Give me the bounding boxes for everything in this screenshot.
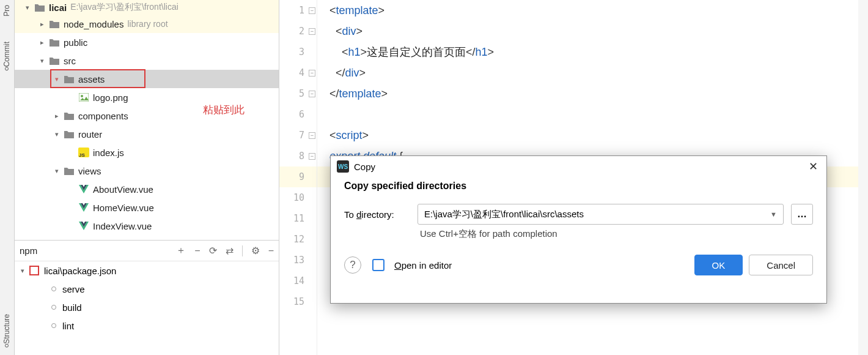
code-line[interactable]: <script> <box>317 125 868 146</box>
chevron-right-icon[interactable]: ▸ <box>38 38 46 47</box>
tree-item-label: views <box>78 166 101 176</box>
gutter-line: 7− <box>279 125 317 146</box>
npm-script-label: lint <box>62 321 74 331</box>
folder-icon <box>64 74 75 84</box>
tree-node-modules[interactable]: ▸ node_modules library root <box>15 15 279 33</box>
dialog-titlebar[interactable]: WS Copy ✕ <box>331 156 826 177</box>
bullet-icon <box>51 286 56 291</box>
chevron-right-icon[interactable]: ▸ <box>38 20 46 28</box>
npm-script-build[interactable]: build <box>15 298 279 316</box>
gutter-line: 10 <box>279 187 317 208</box>
chevron-down-icon[interactable]: ▾ <box>23 3 32 12</box>
tree-src[interactable]: ▾ src <box>15 51 279 70</box>
tree-public[interactable]: ▸ public <box>15 33 279 51</box>
fold-open-icon[interactable]: − <box>309 7 315 14</box>
tree-about-view[interactable]: · AboutView.vue <box>15 180 279 198</box>
open-in-editor-label: Open in editor <box>394 260 688 271</box>
gutter-line: 1− <box>279 0 317 21</box>
remove-icon[interactable]: − <box>194 245 200 256</box>
tree-item-label: logo.png <box>93 92 128 103</box>
code-line[interactable]: <h1>这是自定义的首页面</h1> <box>317 42 868 62</box>
refresh-icon[interactable]: ⟳ <box>209 245 217 256</box>
fold-open-icon[interactable]: − <box>309 153 315 160</box>
fold-close-icon[interactable]: − <box>309 70 315 77</box>
chevron-down-icon[interactable]: ▾ <box>53 75 61 83</box>
add-icon[interactable]: ＋ <box>176 244 186 257</box>
chevron-down-icon[interactable]: ▾ <box>53 130 61 138</box>
gear-icon[interactable]: ⚙ <box>251 245 260 256</box>
directory-input[interactable]: E:\java学习\盈利宝\front\licai\src\assets ▼ <box>417 204 784 225</box>
dropdown-icon[interactable]: ▼ <box>770 211 777 218</box>
gutter-line: 14 <box>279 271 317 291</box>
chevron-right-icon[interactable]: ▸ <box>53 111 61 120</box>
to-directory-label: To directory: <box>344 209 410 220</box>
tree-item-label: public <box>64 37 87 48</box>
chevron-down-icon[interactable]: ▾ <box>38 56 46 65</box>
code-line[interactable]: <div> <box>317 21 868 42</box>
svg-point-1 <box>81 95 83 97</box>
code-line[interactable] <box>317 104 868 125</box>
code-line[interactable]: </template> <box>317 83 868 104</box>
tree-router[interactable]: ▾ router <box>15 125 279 143</box>
tree-index-js[interactable]: · index.js <box>15 143 279 162</box>
help-button[interactable]: ? <box>344 256 361 274</box>
ok-button[interactable]: OK <box>694 255 743 275</box>
tree-assets[interactable]: ▾ assets <box>15 70 279 88</box>
npm-script-lint[interactable]: lint <box>15 316 279 335</box>
folder-icon <box>49 19 60 29</box>
gutter-line: 2− <box>279 21 317 42</box>
tree-item-label: index.js <box>93 148 124 158</box>
tree-index-view[interactable]: · IndexView.vue <box>15 217 279 235</box>
dialog-title: Copy <box>354 162 806 172</box>
browse-button[interactable]: … <box>791 204 813 225</box>
tree-root[interactable]: ▾ licai E:\java学习\盈利宝\front\licai <box>15 0 279 15</box>
cancel-button[interactable]: Cancel <box>749 255 813 275</box>
tree-item-label: src <box>64 56 76 66</box>
stop-icon[interactable]: ⇄ <box>226 245 234 256</box>
gutter-line: 6 <box>279 104 317 125</box>
tree-item-label: IndexView.vue <box>93 221 152 231</box>
gutter-line: 12 <box>279 229 317 250</box>
tab-project[interactable]: Pro <box>0 0 13 21</box>
gutter-line: 4− <box>279 62 317 83</box>
js-icon <box>78 148 89 157</box>
tree-item-label: router <box>78 129 102 140</box>
minimize-icon[interactable]: − <box>268 245 274 256</box>
open-in-editor-checkbox[interactable] <box>372 259 384 271</box>
tree-root-label: licai <box>49 2 67 13</box>
gutter-line: 5− <box>279 83 317 104</box>
fold-close-icon[interactable]: − <box>309 91 315 97</box>
npm-script-label: build <box>62 302 82 313</box>
npm-package[interactable]: ▾ licai\package.json <box>15 261 279 280</box>
bullet-icon <box>51 323 56 328</box>
image-icon <box>78 92 89 102</box>
tree-views[interactable]: ▾ views <box>15 162 279 180</box>
gutter-line: 13 <box>279 250 317 271</box>
code-line[interactable]: </div> <box>317 62 868 83</box>
tree-item-label: AboutView.vue <box>93 184 153 195</box>
tree-root-path: E:\java学习\盈利宝\front\licai <box>70 2 178 13</box>
chevron-down-icon[interactable]: ▾ <box>18 266 27 275</box>
close-icon[interactable]: ✕ <box>806 160 820 173</box>
tree-item-label: assets <box>78 74 105 84</box>
chevron-down-icon[interactable]: ▾ <box>53 166 61 175</box>
tree-home-view[interactable]: · HomeView.vue <box>15 198 279 217</box>
gutter-line: 11 <box>279 208 317 229</box>
gutter-line: 3 <box>279 42 317 62</box>
npm-script-serve[interactable]: serve <box>15 280 279 298</box>
app-icon: WS <box>337 160 349 173</box>
code-line[interactable]: <template> <box>317 0 868 21</box>
gutter: 1−2−34−5−67−8−9101112131415 <box>279 0 317 355</box>
tree-item-tag: library root <box>127 19 167 29</box>
copy-dialog: WS Copy ✕ Copy specified directories To … <box>330 155 827 304</box>
scrollbar[interactable] <box>858 0 868 355</box>
annotation-text: 粘贴到此 <box>203 103 245 117</box>
fold-open-icon[interactable]: − <box>309 132 315 139</box>
fold-open-icon[interactable]: − <box>309 28 315 35</box>
tab-commit[interactable]: Commit <box>0 37 13 78</box>
tab-structure[interactable]: Structure <box>0 309 13 355</box>
side-tabs: Pro Commit Structure <box>0 0 15 355</box>
folder-icon <box>64 166 75 176</box>
folder-icon <box>64 129 75 139</box>
gutter-line: 9 <box>279 166 317 187</box>
